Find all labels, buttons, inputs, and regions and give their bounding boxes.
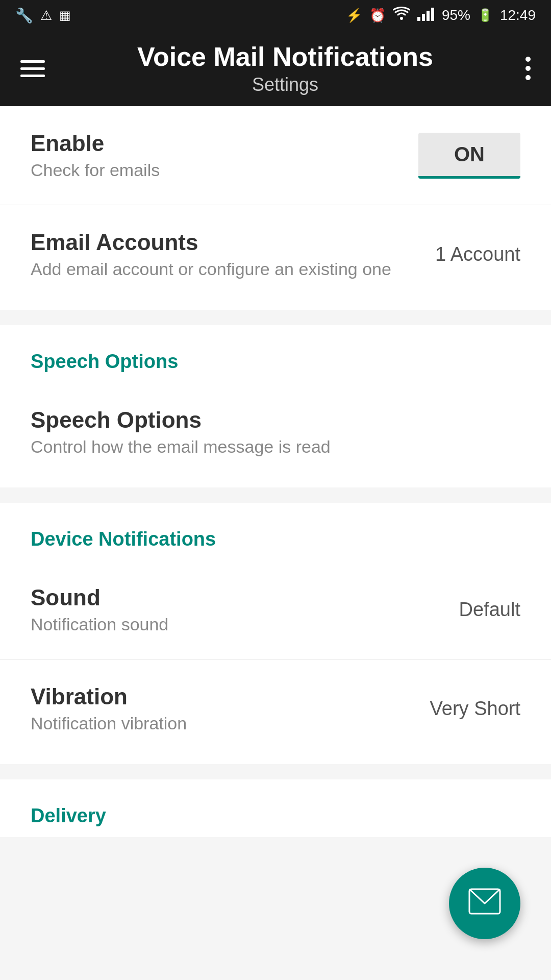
svg-point-0 (400, 17, 403, 20)
section-gap-1 (0, 310, 551, 325)
status-right-icons: ⚡ ⏰ 95% 🔋 12:49 (346, 7, 536, 24)
more-dot-2 (525, 66, 531, 71)
signal-icon (417, 7, 435, 24)
media-icon: ▦ (59, 8, 71, 22)
delivery-section-header: Delivery (0, 779, 551, 837)
time-display: 12:49 (500, 7, 536, 23)
sound-left: Sound Notification sound (31, 585, 459, 634)
wifi-icon (393, 7, 410, 24)
status-left-icons: 🔧 ⚠ ▦ (15, 7, 71, 24)
speech-options-subtitle: Control how the email message is read (31, 437, 520, 457)
app-bar: Voice Mail Notifications Settings (0, 31, 551, 106)
vibration-title: Vibration (31, 684, 430, 709)
sound-value: Default (459, 599, 520, 621)
hamburger-menu-button[interactable] (20, 60, 45, 77)
section-gap-2 (0, 487, 551, 503)
hamburger-line-2 (20, 67, 45, 70)
device-notifications-header-text: Device Notifications (31, 528, 216, 550)
speech-options-item[interactable]: Speech Options Control how the email mes… (0, 383, 551, 487)
enable-subtitle: Check for emails (31, 160, 418, 180)
compose-fab-button[interactable] (449, 868, 520, 939)
email-accounts-title: Email Accounts (31, 230, 435, 255)
speech-options-left: Speech Options Control how the email mes… (31, 407, 520, 457)
speech-options-title: Speech Options (31, 407, 520, 433)
wrench-icon: 🔧 (15, 7, 33, 24)
speech-options-header-text: Speech Options (31, 351, 178, 372)
enable-title: Enable (31, 131, 418, 156)
settings-content: Enable Check for emails ON Email Account… (0, 106, 551, 837)
email-icon (468, 885, 501, 922)
page-title: Voice Mail Notifications (137, 41, 433, 72)
vibration-subtitle: Notification vibration (31, 714, 430, 733)
vibration-value: Very Short (430, 698, 520, 720)
status-bar: 🔧 ⚠ ▦ ⚡ ⏰ 95% (0, 0, 551, 31)
svg-rect-3 (427, 11, 430, 21)
svg-rect-2 (422, 14, 425, 21)
vibration-item[interactable]: Vibration Notification vibration Very Sh… (0, 659, 551, 764)
enable-setting-left: Enable Check for emails (31, 131, 418, 180)
battery-icon: 🔋 (478, 8, 493, 22)
email-accounts-value: 1 Account (435, 243, 520, 265)
enable-toggle-button[interactable]: ON (418, 133, 520, 179)
hamburger-line-1 (20, 60, 45, 63)
more-options-button[interactable] (525, 57, 531, 80)
bluetooth-icon: ⚡ (346, 8, 362, 23)
more-dot-1 (525, 57, 531, 62)
more-dot-3 (525, 75, 531, 80)
sound-subtitle: Notification sound (31, 615, 459, 634)
email-accounts-left: Email Accounts Add email account or conf… (31, 230, 435, 279)
speech-options-section-header: Speech Options (0, 325, 551, 383)
app-bar-center: Voice Mail Notifications Settings (45, 41, 525, 95)
sound-item[interactable]: Sound Notification sound Default (0, 560, 551, 659)
delivery-header-text: Delivery (31, 805, 106, 826)
page-subtitle: Settings (252, 74, 318, 95)
svg-rect-1 (417, 17, 420, 21)
email-accounts-item[interactable]: Email Accounts Add email account or conf… (0, 205, 551, 310)
enable-setting-item[interactable]: Enable Check for emails ON (0, 106, 551, 205)
battery-percent: 95% (442, 7, 470, 23)
hamburger-line-3 (20, 75, 45, 77)
warning-icon: ⚠ (40, 8, 52, 23)
email-accounts-subtitle: Add email account or configure an existi… (31, 259, 435, 279)
vibration-left: Vibration Notification vibration (31, 684, 430, 733)
alarm-icon: ⏰ (369, 8, 386, 23)
device-notifications-section-header: Device Notifications (0, 503, 551, 560)
svg-rect-4 (431, 8, 434, 21)
sound-title: Sound (31, 585, 459, 610)
section-gap-3 (0, 764, 551, 779)
